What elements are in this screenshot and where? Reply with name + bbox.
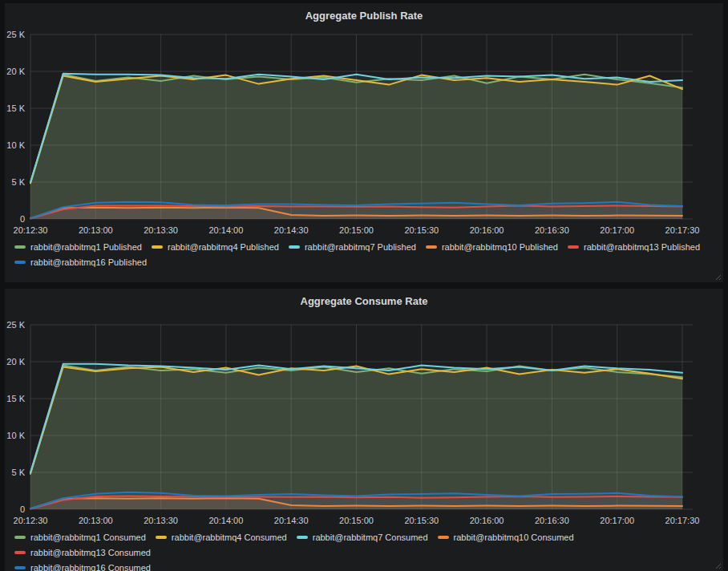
panel-resize-handle-icon[interactable] — [714, 273, 721, 280]
x-axis-label: 20:17:30 — [665, 516, 700, 525]
x-axis-label: 20:13:30 — [144, 516, 178, 525]
y-axis-label: 15 K — [6, 103, 25, 113]
series-area-rabbit-rabbitmq7-published — [30, 74, 682, 219]
x-axis-label: 20:14:30 — [274, 225, 309, 235]
x-axis-label: 20:14:00 — [208, 225, 243, 235]
y-axis-label: 15 K — [6, 394, 25, 403]
legend-label: rabbit@rabbitmq10 Consumed — [454, 533, 574, 542]
legend-item-rabbit-rabbitmq4-consumed[interactable]: rabbit@rabbitmq4 Consumed — [156, 529, 287, 545]
legend-swatch-icon — [438, 536, 449, 539]
x-axis-label: 20:16:30 — [535, 225, 569, 235]
legend-item-rabbit-rabbitmq10-consumed[interactable]: rabbit@rabbitmq10 Consumed — [438, 529, 574, 545]
legend-swatch-icon — [14, 261, 26, 264]
legend-swatch-icon — [289, 245, 300, 249]
legend-label: rabbit@rabbitmq1 Consumed — [30, 533, 146, 542]
legend-swatch-icon — [297, 536, 308, 539]
y-axis-label: 10 K — [6, 431, 25, 440]
legend-item-rabbit-rabbitmq16-consumed[interactable]: rabbit@rabbitmq16 Consumed — [14, 560, 151, 571]
x-axis-label: 20:13:00 — [79, 225, 113, 235]
publish-rate-legend: rabbit@rabbitmq1 Publishedrabbit@rabbitm… — [14, 239, 715, 269]
legend-item-rabbit-rabbitmq13-published[interactable]: rabbit@rabbitmq13 Published — [568, 239, 700, 254]
legend-item-rabbit-rabbitmq13-consumed[interactable]: rabbit@rabbitmq13 Consumed — [14, 545, 151, 560]
x-axis-label: 20:15:30 — [404, 516, 439, 525]
legend-swatch-icon — [14, 245, 26, 249]
panel-title[interactable]: Aggregate Publish Rate — [5, 10, 723, 22]
x-axis-label: 20:15:00 — [339, 516, 374, 525]
legend-item-rabbit-rabbitmq16-published[interactable]: rabbit@rabbitmq16 Published — [14, 254, 147, 269]
x-axis-label: 20:16:00 — [470, 516, 504, 525]
legend-label: rabbit@rabbitmq16 Published — [30, 257, 147, 267]
y-axis-label: 5 K — [11, 177, 25, 187]
y-axis-label: 25 K — [6, 30, 25, 39]
x-axis-label: 20:17:00 — [600, 516, 634, 525]
legend-item-rabbit-rabbitmq1-consumed[interactable]: rabbit@rabbitmq1 Consumed — [14, 529, 146, 545]
legend-swatch-icon — [156, 536, 167, 539]
legend-label: rabbit@rabbitmq16 Consumed — [30, 563, 151, 571]
legend-swatch-icon — [14, 551, 26, 554]
legend-item-rabbit-rabbitmq7-consumed[interactable]: rabbit@rabbitmq7 Consumed — [297, 529, 428, 545]
series-areas — [30, 364, 682, 509]
publish-rate-chart[interactable]: 25 K20 K15 K10 K5 K020:12:3020:13:0020:1… — [5, 26, 723, 237]
y-axis-label: 20 K — [6, 357, 25, 366]
y-axis-label: 10 K — [6, 140, 25, 150]
legend-label: rabbit@rabbitmq4 Published — [168, 242, 279, 252]
x-axis-label: 20:15:30 — [404, 225, 439, 235]
legend-label: rabbit@rabbitmq13 Published — [584, 242, 700, 252]
y-axis-label: 25 K — [6, 320, 25, 330]
legend-swatch-icon — [568, 245, 579, 249]
x-axis-label: 20:14:30 — [274, 516, 309, 525]
legend-swatch-icon — [152, 245, 163, 249]
series-areas — [30, 74, 682, 219]
x-axis-label: 20:15:00 — [339, 225, 374, 235]
y-axis-label: 0 — [20, 504, 25, 514]
consume-rate-chart[interactable]: 25 K20 K15 K10 K5 K020:12:3020:13:0020:1… — [5, 316, 723, 528]
x-axis-label: 20:13:30 — [144, 225, 178, 235]
panel-title[interactable]: Aggregate Consume Rate — [5, 295, 723, 307]
x-axis-label: 20:16:00 — [470, 225, 504, 235]
legend-item-rabbit-rabbitmq7-published[interactable]: rabbit@rabbitmq7 Published — [289, 239, 416, 254]
x-axis-label: 20:14:00 — [208, 516, 243, 525]
panel-aggregate-consume-rate: Aggregate Consume Rate 25 K20 K15 K10 K5… — [5, 289, 723, 571]
consume-rate-legend: rabbit@rabbitmq1 Consumedrabbit@rabbitmq… — [14, 529, 715, 571]
x-axis-label: 20:17:30 — [665, 225, 700, 235]
legend-item-rabbit-rabbitmq10-published[interactable]: rabbit@rabbitmq10 Published — [426, 239, 558, 254]
legend-label: rabbit@rabbitmq1 Published — [30, 242, 142, 252]
legend-label: rabbit@rabbitmq4 Consumed — [172, 533, 287, 542]
legend-swatch-icon — [426, 245, 437, 249]
legend-item-rabbit-rabbitmq1-published[interactable]: rabbit@rabbitmq1 Published — [14, 239, 142, 254]
legend-label: rabbit@rabbitmq7 Consumed — [313, 533, 428, 542]
legend-swatch-icon — [14, 536, 26, 539]
x-axis-label: 20:12:30 — [14, 225, 48, 235]
x-axis-label: 20:17:00 — [600, 225, 634, 235]
legend-swatch-icon — [14, 566, 26, 569]
y-axis-label: 5 K — [11, 468, 25, 477]
x-axis-label: 20:13:00 — [79, 516, 113, 525]
series-area-rabbit-rabbitmq7-consumed — [30, 364, 682, 509]
legend-label: rabbit@rabbitmq10 Published — [442, 242, 558, 252]
x-axis-label: 20:12:30 — [14, 516, 48, 525]
x-axis-label: 20:16:30 — [535, 516, 569, 525]
legend-label: rabbit@rabbitmq13 Consumed — [30, 548, 151, 557]
legend-label: rabbit@rabbitmq7 Published — [305, 242, 416, 252]
panel-aggregate-publish-rate: Aggregate Publish Rate 25 K20 K15 K10 K5… — [5, 3, 723, 282]
y-axis-label: 0 — [20, 214, 25, 224]
legend-item-rabbit-rabbitmq4-published[interactable]: rabbit@rabbitmq4 Published — [152, 239, 279, 254]
y-axis-label: 20 K — [6, 67, 25, 76]
